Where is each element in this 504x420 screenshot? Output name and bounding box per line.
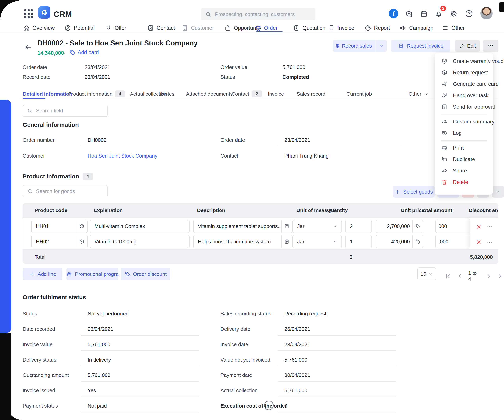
settings-gear-icon[interactable]	[450, 10, 458, 18]
nav-item-invoice[interactable]: Invoice	[328, 23, 354, 33]
cell-quantity[interactable]: 1	[345, 235, 372, 248]
back-button[interactable]	[24, 43, 33, 52]
doc-lines-icon[interactable]	[282, 223, 292, 229]
add-line-button[interactable]: Add line	[23, 268, 62, 280]
tab-invoice[interactable]: Invoice	[268, 89, 284, 99]
tab-other[interactable]: Other	[408, 89, 429, 99]
menu-item-send-for-approval[interactable]: Send for approval	[435, 101, 493, 113]
fulfilment-value[interactable]: In delivery	[88, 357, 111, 363]
menu-item-log[interactable]: Log	[435, 127, 493, 139]
nav-item-quotation[interactable]: Quotation	[293, 23, 325, 33]
cell-unit-select[interactable]: Jar	[293, 220, 342, 233]
app-launcher-grid-icon[interactable]	[24, 9, 33, 18]
facebook-icon[interactable]: f	[389, 9, 398, 18]
tab-contact[interactable]: Contact 2	[232, 89, 262, 99]
nav-item-offer[interactable]: Offer	[105, 23, 126, 33]
menu-item-return-request[interactable]: Return request	[435, 67, 493, 78]
fulfilment-value[interactable]: 0	[284, 403, 287, 409]
cube-icon[interactable]	[76, 223, 87, 229]
contact-value[interactable]: Pham Trung Khang	[284, 153, 329, 159]
cell-code[interactable]: HH01	[31, 220, 88, 233]
add-card-link[interactable]: Add card	[69, 49, 99, 55]
cell-code[interactable]: HH02	[31, 235, 88, 248]
request-invoice-button[interactable]: Request invoice	[391, 40, 450, 52]
menu-item-hand-over-task[interactable]: Hand over task	[435, 90, 493, 101]
fulfilment-value[interactable]: Not paid	[88, 403, 107, 409]
nav-item-other[interactable]: Other	[442, 23, 465, 33]
nav-item-potential[interactable]: Potential	[64, 23, 95, 33]
row-more-icon[interactable]	[486, 239, 493, 245]
record-sales-button[interactable]: $ Record sales	[333, 40, 375, 52]
menu-item-share[interactable]: Share	[435, 165, 493, 176]
customer-link[interactable]: Hoa Sen Joint Stock Company	[88, 153, 157, 159]
menu-item-generate-care-card[interactable]: Generate care card	[435, 78, 493, 90]
edit-button[interactable]: Edit	[455, 40, 480, 52]
menu-item-print[interactable]: Print	[435, 142, 493, 154]
global-search[interactable]	[201, 8, 315, 20]
cell-explanation[interactable]: Vitamin C 1000mg	[90, 235, 190, 248]
cube-icon[interactable]	[76, 239, 87, 245]
menu-item-create-warranty-voucher[interactable]: Create warranty voucher	[435, 55, 493, 67]
last-page-icon[interactable]	[497, 273, 504, 280]
tab-attached-documents[interactable]: Attached documents	[186, 89, 233, 99]
fulfilment-value[interactable]: Not yet performed	[88, 311, 129, 317]
tag-icon[interactable]	[413, 239, 423, 244]
package-search-icon[interactable]	[405, 10, 413, 18]
goods-search[interactable]	[23, 185, 108, 197]
toolbar-grey-button-2[interactable]	[492, 186, 504, 198]
nav-item-overview[interactable]: Overview	[23, 23, 55, 33]
user-avatar[interactable]	[480, 7, 492, 19]
tab-notes[interactable]: Notes	[161, 89, 174, 99]
cell-unit-select[interactable]: Jar	[293, 235, 342, 248]
menu-item-custom-summary[interactable]: Custom summary	[435, 116, 493, 127]
remove-row-icon[interactable]	[476, 239, 482, 245]
cell-total-amount[interactable]: ,000	[435, 235, 473, 248]
nav-item-report[interactable]: Report	[364, 23, 390, 33]
prev-page-icon[interactable]	[456, 273, 463, 280]
cell-unit-price[interactable]: 420,000	[376, 235, 423, 248]
help-icon[interactable]	[465, 9, 473, 18]
doc-lines-icon[interactable]	[282, 239, 292, 244]
field-search[interactable]	[23, 105, 108, 117]
cell-description[interactable]: Helps boost the immune system	[193, 235, 293, 248]
fulfilment-value[interactable]: 23/04/2021	[284, 342, 310, 348]
crm-logo-icon[interactable]	[38, 6, 50, 18]
fulfilment-value[interactable]: 5,761,000	[284, 357, 307, 363]
order-discount-button[interactable]: Order discount	[121, 268, 170, 280]
cell-description[interactable]: Vitamin supplement tablet supports...	[193, 220, 293, 233]
nav-item-contact[interactable]: Contact	[147, 23, 175, 33]
tab-current-job[interactable]: Current job	[347, 89, 372, 99]
nav-item-campaign[interactable]: Campaign	[399, 23, 433, 33]
row-more-icon[interactable]	[486, 224, 493, 230]
fulfilment-value[interactable]: Yes	[88, 388, 96, 394]
cell-total-amount[interactable]: 000	[435, 220, 473, 233]
cell-quantity[interactable]: 2	[345, 220, 372, 233]
cell-explanation[interactable]: Multi-vitamin Complex	[90, 220, 190, 233]
tag-icon[interactable]	[413, 223, 423, 229]
fulfilment-value[interactable]: 5,761,000	[88, 372, 110, 378]
next-page-icon[interactable]	[486, 273, 492, 280]
nav-item-customer[interactable]: Customer	[181, 23, 214, 33]
select-goods-button[interactable]: Select goods	[393, 186, 434, 198]
fulfilment-value[interactable]: 26/04/2021	[284, 326, 310, 332]
remove-row-icon[interactable]	[476, 224, 482, 230]
fulfilment-value[interactable]: 30/04/2021	[284, 372, 310, 378]
cell-unit-price[interactable]: 2,700,000	[376, 220, 423, 233]
goods-search-input[interactable]	[36, 188, 103, 195]
promotional-program-button[interactable]: Promotional progra	[66, 268, 118, 280]
tab-detailed-information[interactable]: Detailed information	[23, 89, 72, 99]
order-number-value[interactable]: DH0002	[88, 137, 106, 143]
calendar-icon[interactable]	[420, 10, 428, 18]
fulfilment-value[interactable]: 5,761,000	[88, 342, 110, 348]
global-search-input[interactable]	[215, 11, 311, 18]
tab-product-information[interactable]: Product information 4	[68, 89, 125, 99]
general-order-date-value[interactable]: 23/04/2021	[284, 137, 310, 143]
fulfilment-value[interactable]: Recording request	[284, 311, 326, 317]
page-size-select[interactable]: 10	[417, 267, 436, 280]
first-page-icon[interactable]	[444, 273, 451, 280]
tab-sales-record[interactable]: Sales record	[297, 89, 325, 99]
field-search-input[interactable]	[36, 108, 103, 114]
more-actions-button[interactable]	[483, 40, 498, 52]
fulfilment-value[interactable]: 5,761,000	[284, 388, 307, 394]
menu-item-duplicate[interactable]: Duplicate	[435, 154, 493, 165]
